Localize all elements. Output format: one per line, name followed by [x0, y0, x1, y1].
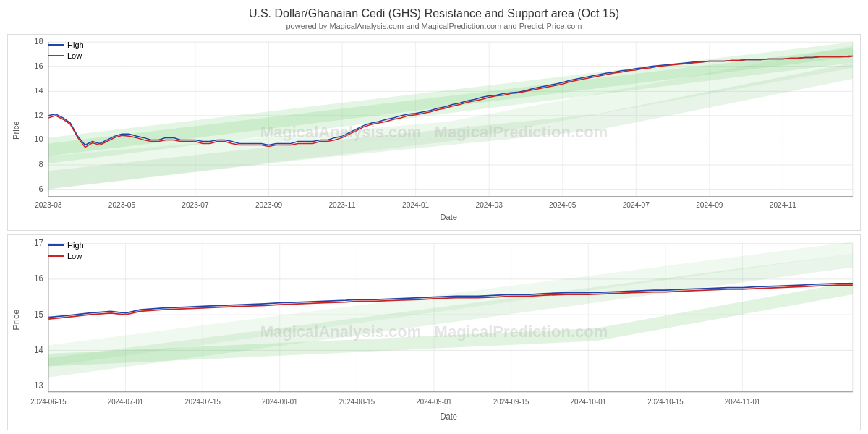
svg-text:2023-11: 2023-11 — [328, 201, 356, 209]
svg-text:2024-07-01: 2024-07-01 — [108, 397, 143, 406]
svg-text:17: 17 — [34, 237, 43, 248]
svg-text:2024-07-15: 2024-07-15 — [184, 397, 220, 406]
svg-text:2023-07: 2023-07 — [182, 201, 209, 209]
svg-text:Date: Date — [441, 213, 458, 221]
svg-text:2024-05: 2024-05 — [549, 201, 576, 209]
low-line-bottom — [48, 255, 64, 257]
high-line-top — [48, 44, 64, 46]
svg-text:2024-10-01: 2024-10-01 — [571, 397, 606, 406]
legend-high-bottom: High — [48, 241, 84, 250]
charts-container: High Low MagicalAnalysis.com MagicalPred… — [0, 34, 868, 434]
legend-low-label-top: Low — [67, 51, 82, 60]
svg-text:2024-08-15: 2024-08-15 — [339, 397, 375, 406]
legend-top: High Low — [48, 41, 84, 60]
svg-text:2024-09: 2024-09 — [696, 201, 723, 209]
legend-bottom: High Low — [48, 241, 84, 260]
svg-text:2024-10-15: 2024-10-15 — [647, 397, 683, 406]
svg-text:2023-05: 2023-05 — [109, 201, 136, 209]
main-title: U.S. Dollar/Ghanaian Cedi (GHS) Resistan… — [0, 0, 868, 22]
svg-text:14: 14 — [34, 86, 43, 95]
svg-text:15: 15 — [34, 308, 43, 319]
legend-low-label-bottom: Low — [67, 252, 82, 260]
svg-text:18: 18 — [34, 37, 43, 46]
svg-text:2023-03: 2023-03 — [35, 201, 62, 209]
svg-text:2024-07: 2024-07 — [623, 201, 650, 209]
legend-high-label-bottom: High — [67, 241, 84, 250]
svg-text:2024-01: 2024-01 — [402, 201, 430, 209]
svg-text:12: 12 — [34, 111, 43, 119]
svg-text:2024-09-15: 2024-09-15 — [493, 397, 529, 406]
chart-bottom: High Low MagicalAnalysis.com MagicalPred… — [7, 234, 861, 431]
svg-text:2023-09: 2023-09 — [255, 201, 283, 209]
legend-low-top: Low — [48, 51, 84, 60]
svg-text:13: 13 — [34, 380, 43, 391]
svg-text:Price: Price — [12, 309, 21, 331]
subtitle: powered by MagicalAnalysis.com and Magic… — [0, 22, 868, 34]
svg-text:2024-11-01: 2024-11-01 — [725, 397, 760, 406]
svg-text:14: 14 — [34, 344, 43, 355]
svg-text:Price: Price — [12, 121, 20, 139]
page-container: U.S. Dollar/Ghanaian Cedi (GHS) Resistan… — [0, 0, 868, 434]
svg-text:2024-06-15: 2024-06-15 — [30, 397, 66, 406]
legend-high-label-top: High — [67, 41, 84, 49]
svg-text:2024-09-01: 2024-09-01 — [416, 397, 451, 406]
svg-text:2024-11: 2024-11 — [770, 201, 797, 209]
high-line-bottom — [48, 244, 64, 246]
chart-top-svg: 18 16 14 12 10 8 6 Price — [8, 35, 860, 230]
legend-low-bottom: Low — [48, 252, 84, 260]
low-line-top — [48, 55, 64, 56]
chart-top: High Low MagicalAnalysis.com MagicalPred… — [7, 34, 861, 231]
chart-bottom-svg: 17 16 15 14 13 Price 20 — [8, 235, 860, 430]
svg-text:6: 6 — [39, 184, 43, 193]
legend-high-top: High — [48, 41, 84, 49]
svg-text:2024-08-01: 2024-08-01 — [262, 397, 297, 406]
svg-text:Date: Date — [441, 411, 458, 422]
svg-text:8: 8 — [39, 160, 43, 169]
svg-text:16: 16 — [34, 273, 43, 284]
svg-text:2024-03: 2024-03 — [476, 201, 503, 209]
svg-text:10: 10 — [34, 135, 43, 143]
svg-text:16: 16 — [34, 61, 43, 70]
